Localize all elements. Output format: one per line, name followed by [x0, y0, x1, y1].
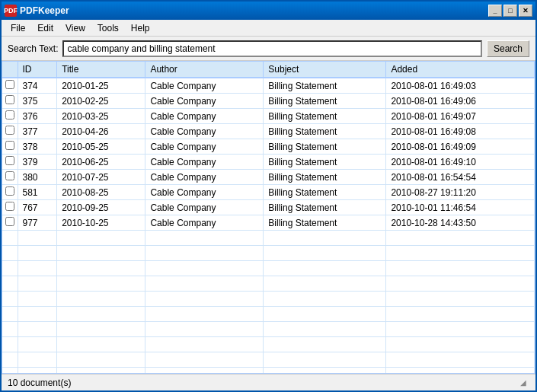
row-checkbox-cell[interactable]	[2, 139, 18, 155]
col-header-title: Title	[57, 62, 145, 78]
row-checkbox-cell[interactable]	[2, 109, 18, 124]
table-row[interactable]: 375 2010-02-25 Cable Company Billing Sta…	[2, 94, 535, 109]
table-row[interactable]: 378 2010-05-25 Cable Company Billing Sta…	[2, 139, 535, 155]
row-checkbox[interactable]	[5, 126, 14, 135]
empty-cell	[2, 322, 18, 337]
empty-cell	[18, 322, 57, 337]
empty-row	[2, 276, 535, 292]
cell-subject: Billing Statement	[264, 124, 386, 139]
table-row[interactable]: 767 2010-09-25 Cable Company Billing Sta…	[2, 200, 535, 215]
maximize-button[interactable]: □	[503, 5, 517, 17]
empty-cell	[18, 276, 57, 292]
cell-subject: Billing Statement	[264, 78, 386, 94]
empty-cell	[386, 337, 535, 352]
menu-file[interactable]: File	[5, 21, 31, 35]
menu-help[interactable]: Help	[125, 21, 156, 35]
cell-title: 2010-03-25	[57, 109, 145, 124]
empty-cell	[145, 231, 264, 246]
row-checkbox[interactable]	[5, 141, 14, 150]
cell-subject: Billing Statement	[264, 200, 386, 215]
table-row[interactable]: 377 2010-04-26 Cable Company Billing Sta…	[2, 124, 535, 139]
cell-added: 2010-08-01 16:54:54	[386, 170, 535, 185]
cell-id: 376	[18, 109, 57, 124]
results-table-container[interactable]: ID Title Author Subject Added 374 2010-0…	[2, 61, 535, 374]
cell-title: 2010-05-25	[57, 139, 145, 155]
row-checkbox[interactable]	[5, 110, 14, 120]
cell-added: 2010-08-01 16:49:07	[386, 109, 535, 124]
table-row[interactable]: 977 2010-10-25 Cable Company Billing Sta…	[2, 215, 535, 231]
cell-title: 2010-10-25	[57, 215, 145, 231]
empty-cell	[145, 352, 264, 368]
cell-added: 2010-08-01 16:49:10	[386, 155, 535, 170]
row-checkbox[interactable]	[5, 217, 14, 226]
menu-tools[interactable]: Tools	[91, 21, 125, 35]
empty-cell	[145, 246, 264, 261]
row-checkbox-cell[interactable]	[2, 170, 18, 185]
empty-cell	[57, 368, 145, 374]
row-checkbox-cell[interactable]	[2, 200, 18, 215]
cell-added: 2010-08-01 16:49:06	[386, 94, 535, 109]
row-checkbox[interactable]	[5, 171, 14, 180]
table-row[interactable]: 380 2010-07-25 Cable Company Billing Sta…	[2, 170, 535, 185]
empty-cell	[264, 246, 386, 261]
search-button[interactable]: Search	[487, 40, 529, 57]
empty-cell	[264, 261, 386, 276]
empty-cell	[386, 368, 535, 374]
close-button[interactable]: ✕	[519, 5, 532, 17]
cell-author: Cable Company	[145, 78, 264, 94]
search-input[interactable]	[62, 40, 482, 57]
row-checkbox[interactable]	[5, 202, 14, 211]
empty-row	[2, 368, 535, 374]
cell-title: 2010-01-25	[57, 78, 145, 94]
empty-cell	[2, 368, 18, 374]
menu-view[interactable]: View	[59, 21, 91, 35]
empty-cell	[2, 261, 18, 276]
cell-added: 2010-08-01 16:49:09	[386, 139, 535, 155]
minimize-button[interactable]: _	[488, 5, 502, 17]
table-row[interactable]: 379 2010-06-25 Cable Company Billing Sta…	[2, 155, 535, 170]
row-checkbox-cell[interactable]	[2, 94, 18, 109]
table-row[interactable]: 374 2010-01-25 Cable Company Billing Sta…	[2, 78, 535, 94]
empty-cell	[264, 292, 386, 307]
row-checkbox-cell[interactable]	[2, 215, 18, 231]
title-bar: PDF PDFKeeper _ □ ✕	[2, 2, 535, 20]
empty-cell	[18, 292, 57, 307]
cell-subject: Billing Statement	[264, 185, 386, 200]
empty-cell	[2, 337, 18, 352]
empty-cell	[386, 231, 535, 246]
row-checkbox[interactable]	[5, 156, 14, 165]
empty-cell	[18, 231, 57, 246]
cell-id: 375	[18, 94, 57, 109]
table-row[interactable]: 376 2010-03-25 Cable Company Billing Sta…	[2, 109, 535, 124]
empty-cell	[18, 246, 57, 261]
empty-cell	[18, 337, 57, 352]
cell-id: 379	[18, 155, 57, 170]
col-header-added: Added	[386, 62, 535, 78]
row-checkbox-cell[interactable]	[2, 78, 18, 94]
empty-cell	[145, 307, 264, 322]
cell-author: Cable Company	[145, 155, 264, 170]
resize-grip: ◢	[520, 378, 529, 387]
row-checkbox[interactable]	[5, 80, 14, 89]
menu-edit[interactable]: Edit	[31, 21, 59, 35]
cell-id: 378	[18, 139, 57, 155]
empty-cell	[18, 307, 57, 322]
row-checkbox-cell[interactable]	[2, 185, 18, 200]
col-header-author: Author	[145, 62, 264, 78]
empty-cell	[386, 292, 535, 307]
cell-author: Cable Company	[145, 109, 264, 124]
cell-title: 2010-09-25	[57, 200, 145, 215]
table-row[interactable]: 581 2010-08-25 Cable Company Billing Sta…	[2, 185, 535, 200]
empty-cell	[386, 322, 535, 337]
row-checkbox-cell[interactable]	[2, 155, 18, 170]
window-controls: _ □ ✕	[488, 5, 532, 17]
table-header-row: ID Title Author Subject Added	[2, 62, 535, 78]
empty-cell	[2, 246, 18, 261]
cell-title: 2010-07-25	[57, 170, 145, 185]
row-checkbox[interactable]	[5, 95, 14, 104]
row-checkbox-cell[interactable]	[2, 124, 18, 139]
row-checkbox[interactable]	[5, 186, 14, 196]
content-area: ID Title Author Subject Added 374 2010-0…	[2, 61, 535, 374]
cell-id: 374	[18, 78, 57, 94]
cell-author: Cable Company	[145, 139, 264, 155]
